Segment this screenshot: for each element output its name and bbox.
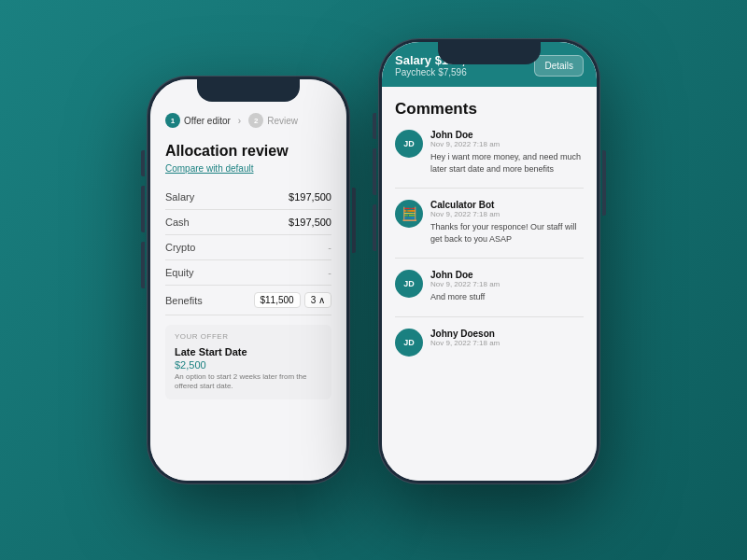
benefits-amount: $11,500: [254, 292, 301, 308]
step2: 2 Review: [248, 113, 298, 128]
stepper-arrow: ›: [238, 116, 241, 126]
comment-2-time: Nov 9, 2022 7:18 am: [430, 210, 584, 218]
comment-2-name: Calculator Bot: [430, 200, 584, 210]
divider-1: [395, 188, 584, 189]
avatar-1: JD: [395, 130, 423, 158]
step2-label: Review: [267, 116, 298, 126]
phone2: Salary $197,500 Paycheck $7,596 Details …: [378, 38, 600, 484]
comment-1-body: John Doe Nov 9, 2022 7:18 am Hey i want …: [430, 130, 584, 175]
comment-1-time: Nov 9, 2022 7:18 am: [430, 140, 584, 148]
salary-sub: Paycheck $7,596: [395, 67, 486, 77]
comment-4-time: Nov 9, 2022 7:18 am: [430, 339, 584, 347]
notch1: [197, 79, 300, 102]
comment-2: 🧮 Calculator Bot Nov 9, 2022 7:18 am Tha…: [395, 200, 584, 245]
comment-2-body: Calculator Bot Nov 9, 2022 7:18 am Thank…: [430, 200, 584, 245]
offer-desc: An option to start 2 weeks later from th…: [175, 372, 322, 392]
comments-title: Comments: [395, 100, 584, 119]
alloc-row-crypto: Crypto -: [165, 235, 331, 260]
stepper: 1 Offer editor › 2 Review: [165, 113, 331, 128]
comment-1: JD John Doe Nov 9, 2022 7:18 am Hey i wa…: [395, 130, 584, 175]
divider-3: [395, 316, 584, 317]
offer-title: Late Start Date: [175, 346, 322, 357]
comment-2-text: Thanks for your responce! Our staff will…: [430, 221, 584, 245]
alloc-row-salary: Salary $197,500: [165, 185, 331, 210]
alloc-row-benefits: Benefits $11,500 3 ∧: [165, 286, 331, 315]
your-offer-section: YOUR OFFER Late Start Date $2,500 An opt…: [165, 325, 331, 399]
step2-circle: 2: [248, 113, 263, 128]
comment-4-name: Johny Doeson: [430, 329, 584, 339]
comments-area: Comments JD John Doe Nov 9, 2022 7:18 am…: [382, 87, 597, 481]
comment-3-name: John Doe: [430, 270, 584, 280]
comment-3: JD John Doe Nov 9, 2022 7:18 am And more…: [395, 270, 584, 303]
notch2: [438, 42, 541, 64]
phone1: 1 Offer editor › 2 Review Allocation rev…: [147, 76, 350, 484]
phone2-screen: Salary $197,500 Paycheck $7,596 Details …: [382, 42, 597, 481]
comment-3-text: And more stuff: [430, 291, 584, 303]
avatar-3: JD: [395, 270, 423, 298]
alloc-title: Allocation review: [165, 143, 331, 160]
benefits-controls: $11,500 3 ∧: [254, 292, 332, 308]
comment-1-name: John Doe: [430, 130, 584, 140]
step1: 1 Offer editor: [165, 113, 231, 128]
comment-1-text: Hey i want more money, and need much lat…: [430, 151, 584, 175]
compare-link[interactable]: Compare with default: [165, 163, 331, 174]
alloc-row-cash: Cash $197,500: [165, 210, 331, 235]
alloc-cash-value: $197,500: [289, 217, 331, 228]
alloc-row-equity: Equity -: [165, 260, 331, 286]
benefits-count: 3 ∧: [304, 292, 331, 308]
alloc-crypto-value: -: [328, 242, 331, 253]
alloc-cash-label: Cash: [165, 217, 190, 228]
avatar-4: JD: [395, 329, 423, 357]
phone1-screen: 1 Offer editor › 2 Review Allocation rev…: [150, 79, 346, 481]
step1-label: Offer editor: [184, 116, 231, 126]
comment-3-body: John Doe Nov 9, 2022 7:18 am And more st…: [430, 270, 584, 303]
scene: 1 Offer editor › 2 Review Allocation rev…: [147, 57, 600, 503]
comment-4-body: Johny Doeson Nov 9, 2022 7:18 am: [430, 329, 584, 357]
alloc-crypto-label: Crypto: [165, 242, 195, 253]
offer-amount: $2,500: [175, 359, 322, 371]
divider-2: [395, 258, 584, 259]
your-offer-label: YOUR OFFER: [175, 332, 322, 341]
alloc-salary-value: $197,500: [289, 191, 331, 203]
comment-4: JD Johny Doeson Nov 9, 2022 7:18 am: [395, 329, 584, 357]
alloc-salary-label: Salary: [165, 191, 194, 203]
alloc-equity-label: Equity: [165, 267, 194, 278]
comment-3-time: Nov 9, 2022 7:18 am: [430, 280, 584, 288]
alloc-benefits-label: Benefits: [165, 295, 203, 306]
step1-circle: 1: [165, 113, 180, 128]
alloc-equity-value: -: [328, 267, 331, 278]
details-button[interactable]: Details: [534, 55, 584, 77]
avatar-bot: 🧮: [395, 200, 423, 228]
